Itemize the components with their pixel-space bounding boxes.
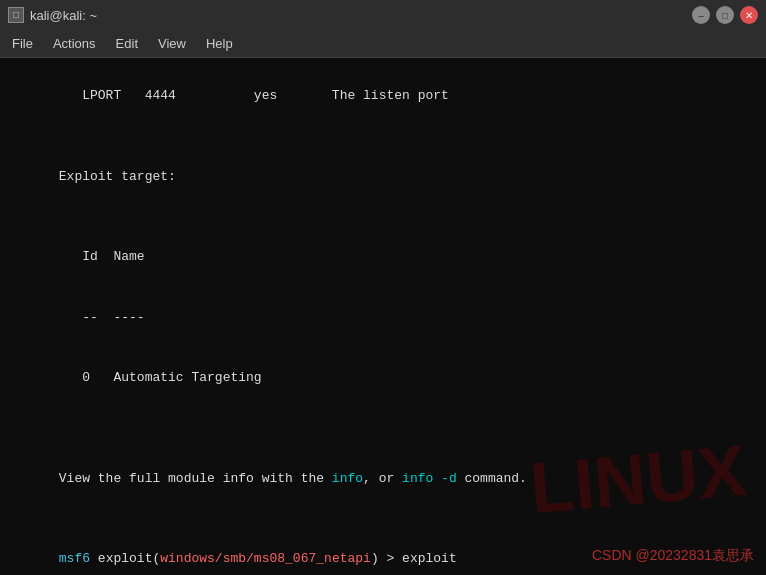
blank-5 [12,509,754,529]
menu-view[interactable]: View [150,34,194,53]
table-sep: -- ---- [12,288,754,348]
title-bar: □ kali@kali: ~ – □ ✕ [0,0,766,30]
lport-line: LPORT 4444 yes The listen port [12,66,754,126]
title-bar-left: □ kali@kali: ~ [8,7,97,23]
menu-file[interactable]: File [4,34,41,53]
table-row-0: 0 Automatic Targeting [12,348,754,408]
exploit-target-header: Exploit target: [12,147,754,207]
menu-edit[interactable]: Edit [108,34,146,53]
menu-help[interactable]: Help [198,34,241,53]
minimize-button[interactable]: – [692,6,710,24]
csdn-label: CSDN @20232831袁思承 [592,547,754,565]
blank-1 [12,126,754,146]
window-icon: □ [8,7,24,23]
blank-2 [12,207,754,227]
maximize-button[interactable]: □ [716,6,734,24]
blank-4 [12,429,754,449]
window-controls: – □ ✕ [692,6,758,24]
menu-bar: File Actions Edit View Help [0,30,766,58]
terminal-content[interactable]: LPORT 4444 yes The listen port Exploit t… [0,58,766,575]
close-button[interactable]: ✕ [740,6,758,24]
blank-3 [12,408,754,428]
terminal-window: □ kali@kali: ~ – □ ✕ File Actions Edit V… [0,0,766,575]
menu-actions[interactable]: Actions [45,34,104,53]
window-title: kali@kali: ~ [30,8,97,23]
table-header: Id Name [12,227,754,287]
info-line: View the full module info with the info,… [12,449,754,509]
